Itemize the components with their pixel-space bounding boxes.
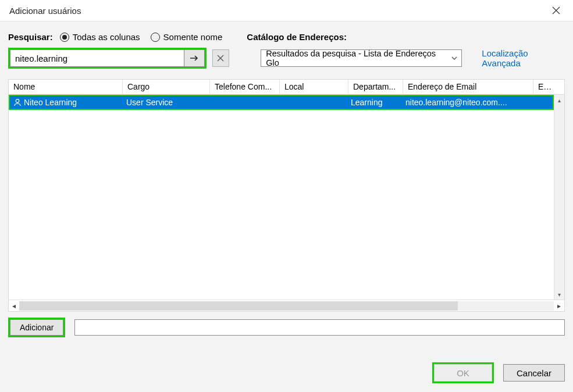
table-row[interactable]: Niteo Learning User Service Learning nit…: [10, 96, 553, 109]
radio-icon: [60, 33, 69, 42]
scroll-down-icon: ▾: [554, 289, 564, 300]
search-label: Pesquisar:: [8, 32, 53, 42]
scroll-left-icon: ◂: [9, 302, 19, 310]
hscroll-track: [19, 301, 554, 311]
radio-name-only[interactable]: Somente nome: [151, 32, 223, 42]
column-header-email[interactable]: Endereço de Email: [403, 80, 533, 94]
column-header-departamento[interactable]: Departam...: [348, 80, 403, 94]
chevron-down-icon: [451, 54, 458, 63]
radio-name-only-label: Somente nome: [163, 32, 223, 42]
vertical-scrollbar[interactable]: ▴ ▾: [554, 95, 564, 300]
recipients-field[interactable]: [74, 319, 565, 336]
close-icon: [552, 6, 560, 15]
catalog-dropdown[interactable]: Resultados da pesquisa - Lista de Endere…: [261, 49, 462, 67]
column-header-empresa[interactable]: Empresa: [533, 80, 559, 94]
cancel-button[interactable]: Cancelar: [503, 364, 565, 382]
ok-button[interactable]: OK: [434, 364, 492, 382]
advanced-search-link[interactable]: Localização Avançada: [482, 48, 565, 68]
window-title: Adicionar usuários: [9, 6, 81, 16]
search-highlight: [8, 48, 207, 69]
search-go-button[interactable]: [184, 49, 205, 67]
person-icon: [13, 98, 22, 106]
row-highlight: Niteo Learning User Service Learning nit…: [9, 95, 554, 110]
scroll-up-icon: ▴: [554, 95, 564, 105]
cell-email: niteo.learning@niteo.com....: [402, 98, 532, 107]
arrow-right-icon: [190, 55, 199, 62]
column-header-nome[interactable]: Nome: [9, 80, 123, 94]
close-button[interactable]: [549, 3, 564, 17]
column-header-telefone[interactable]: Telefone Com...: [210, 80, 280, 94]
catalog-selected-text: Resultados da pesquisa - Lista de Endere…: [266, 49, 447, 67]
window-titlebar: Adicionar usuários: [0, 0, 573, 21]
search-input[interactable]: [10, 49, 184, 67]
cell-cargo: User Service: [123, 98, 210, 107]
ok-button-highlight: OK: [432, 362, 494, 383]
scroll-right-icon: ▸: [554, 302, 564, 310]
radio-icon: [151, 33, 160, 42]
radio-all-columns-label: Todas as colunas: [73, 32, 140, 42]
radio-all-columns[interactable]: Todas as colunas: [60, 32, 140, 42]
svg-point-0: [16, 99, 19, 103]
cell-nome: Niteo Learning: [24, 98, 77, 107]
x-icon: [217, 55, 224, 62]
results-table: Nome Cargo Telefone Com... Local Departa…: [8, 79, 565, 312]
horizontal-scrollbar[interactable]: ◂ ▸: [9, 300, 564, 311]
clear-search-button[interactable]: [212, 49, 229, 67]
hscroll-thumb[interactable]: [19, 301, 458, 311]
cell-departamento: Learning: [347, 98, 402, 107]
add-button-highlight: Adicionar: [8, 318, 65, 337]
catalog-label: Catálogo de Endereços:: [247, 32, 347, 42]
column-header-local[interactable]: Local: [280, 80, 348, 94]
column-header-cargo[interactable]: Cargo: [123, 80, 210, 94]
add-button[interactable]: Adicionar: [10, 319, 63, 336]
table-header: Nome Cargo Telefone Com... Local Departa…: [9, 80, 564, 95]
